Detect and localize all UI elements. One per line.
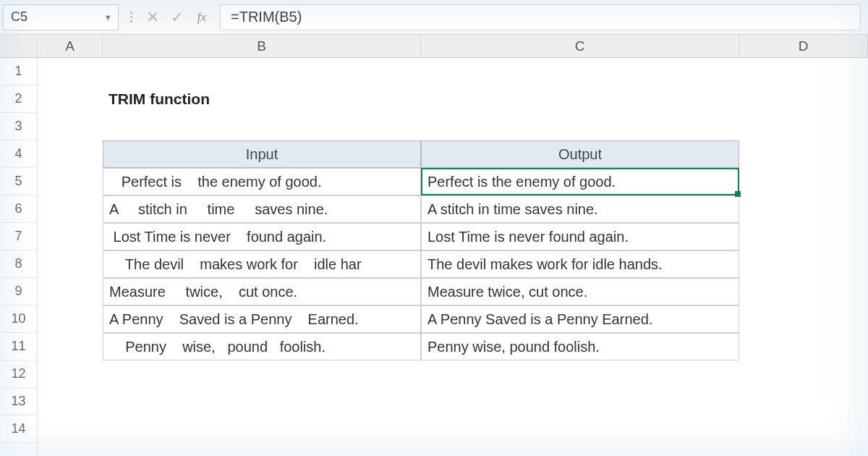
cell[interactable]: [38, 85, 103, 113]
table-cell-input[interactable]: A Penny Saved is a Penny Earned.: [103, 305, 421, 333]
table-cell-input[interactable]: Perfect is the enemy of good.: [103, 168, 421, 195]
cell[interactable]: [739, 415, 868, 443]
select-all-corner[interactable]: [0, 35, 37, 58]
column-headers: A B C D: [38, 35, 868, 58]
row-header[interactable]: 7: [0, 223, 37, 250]
table-cell-output[interactable]: Measure twice, cut once.: [421, 278, 739, 305]
cell[interactable]: [103, 415, 421, 443]
table-cell-input[interactable]: Measure twice, cut once.: [103, 278, 421, 305]
cell[interactable]: [38, 333, 103, 360]
rows-area: TRIM function Input Output Pe: [38, 58, 868, 456]
cell[interactable]: [739, 278, 868, 305]
row-header[interactable]: 12: [0, 360, 37, 388]
cell[interactable]: [421, 85, 739, 113]
row-header[interactable]: 3: [0, 113, 37, 140]
cell[interactable]: [103, 113, 421, 140]
formula-text: =TRIM(B5): [231, 9, 302, 25]
table-cell-input[interactable]: Lost Time is never found again.: [103, 223, 421, 250]
cell[interactable]: [739, 388, 868, 415]
row-header[interactable]: 8: [0, 250, 37, 278]
cell[interactable]: [421, 415, 739, 443]
row-header[interactable]: 13: [0, 388, 37, 415]
table-cell-output[interactable]: The devil makes work for idle hands.: [421, 250, 739, 278]
spreadsheet: 1 2 3 4 5 6 7 8 9 10 11 12 13 14 A B C D: [0, 35, 868, 456]
cell[interactable]: [739, 333, 868, 360]
cell[interactable]: [421, 113, 739, 140]
cancel-icon[interactable]: ✕: [140, 4, 165, 30]
cell[interactable]: [421, 388, 739, 415]
cell[interactable]: [739, 85, 868, 113]
row-header[interactable]: 9: [0, 278, 37, 305]
formula-input[interactable]: =TRIM(B5): [220, 4, 861, 30]
fx-icon[interactable]: fx: [190, 4, 214, 30]
cell[interactable]: [421, 360, 739, 388]
grid: A B C D TRIM function: [38, 35, 868, 456]
check-icon[interactable]: ✓: [165, 4, 190, 30]
divider-dots-icon: [126, 4, 136, 30]
cell[interactable]: [739, 250, 868, 278]
cell[interactable]: [739, 58, 868, 85]
row-header[interactable]: 14: [0, 415, 37, 443]
cell[interactable]: [739, 360, 868, 388]
column-header[interactable]: C: [421, 35, 739, 57]
table-cell-input[interactable]: A stitch in time saves nine.: [103, 195, 421, 223]
cell[interactable]: [38, 58, 103, 85]
row-header[interactable]: 10: [0, 305, 37, 333]
cell[interactable]: [739, 223, 868, 250]
table-header-input[interactable]: Input: [103, 140, 421, 168]
cell[interactable]: [739, 195, 868, 223]
column-header[interactable]: A: [38, 35, 103, 57]
row-headers: 1 2 3 4 5 6 7 8 9 10 11 12 13 14: [0, 35, 38, 456]
cell[interactable]: [38, 305, 103, 333]
row-header[interactable]: 1: [0, 58, 37, 85]
cell[interactable]: [739, 113, 868, 140]
cell[interactable]: [38, 250, 103, 278]
chevron-down-icon[interactable]: ▼: [104, 13, 112, 22]
cell[interactable]: [739, 305, 868, 333]
cell[interactable]: [38, 113, 103, 140]
cell[interactable]: [38, 278, 103, 305]
cell[interactable]: [38, 360, 103, 388]
page-title[interactable]: TRIM function: [103, 85, 421, 113]
formula-bar: C5 ▼ ✕ ✓ fx =TRIM(B5): [0, 0, 868, 35]
cell[interactable]: [38, 388, 103, 415]
column-header[interactable]: B: [103, 35, 421, 57]
name-box[interactable]: C5 ▼: [3, 4, 119, 30]
cell[interactable]: [38, 195, 103, 223]
table-cell-output[interactable]: Penny wise, pound foolish.: [421, 333, 739, 360]
cell[interactable]: [38, 140, 103, 168]
table-cell-output[interactable]: Lost Time is never found again.: [421, 223, 739, 250]
cell[interactable]: [38, 223, 103, 250]
row-header[interactable]: 11: [0, 333, 37, 360]
table-cell-output[interactable]: Perfect is the enemy of good.: [421, 168, 739, 195]
cell[interactable]: [38, 415, 103, 443]
cell[interactable]: [421, 58, 739, 85]
row-header[interactable]: 6: [0, 195, 37, 223]
cell[interactable]: [38, 168, 103, 195]
cell[interactable]: [103, 388, 421, 415]
row-header[interactable]: 4: [0, 140, 37, 168]
table-cell-input[interactable]: The devil makes work for idle har: [103, 250, 421, 278]
row-header[interactable]: 2: [0, 85, 37, 113]
cell[interactable]: [739, 168, 868, 195]
row-header[interactable]: 5: [0, 168, 37, 195]
table-cell-output[interactable]: A stitch in time saves nine.: [421, 195, 739, 223]
cell[interactable]: [739, 140, 868, 168]
table-cell-output[interactable]: A Penny Saved is a Penny Earned.: [421, 305, 739, 333]
cell[interactable]: [103, 360, 421, 388]
column-header[interactable]: D: [739, 35, 868, 57]
name-box-value: C5: [11, 9, 27, 25]
cell[interactable]: [103, 58, 421, 85]
table-cell-input[interactable]: Penny wise, pound foolish.: [103, 333, 421, 360]
table-header-output[interactable]: Output: [421, 140, 739, 168]
